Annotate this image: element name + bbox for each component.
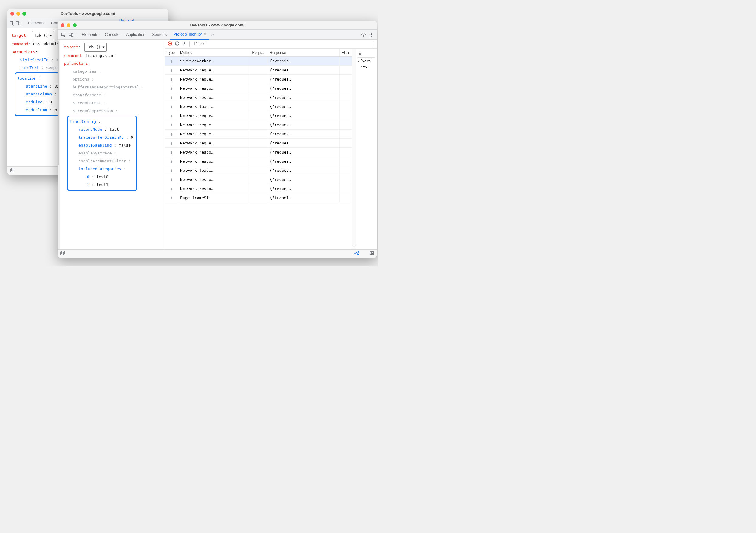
table-row[interactable]: ↓Network.respo…{"reques… <box>165 184 352 193</box>
cell-elapsed <box>340 57 352 65</box>
idx-1[interactable]: 1 <box>87 182 89 187</box>
cell-response: {"reques… <box>268 184 340 193</box>
device-toggle-icon[interactable] <box>68 31 75 38</box>
tab-sources[interactable]: Sources <box>149 30 170 40</box>
param-location[interactable]: location <box>17 76 37 81</box>
cell-response: {"reques… <box>268 139 340 148</box>
gear-icon[interactable] <box>360 31 367 38</box>
kebab-menu-icon[interactable] <box>368 31 375 38</box>
param-recordmode[interactable]: recordMode <box>78 127 102 132</box>
send-icon[interactable] <box>354 251 359 257</box>
table-row[interactable]: ↓Network.reque…{"reques… <box>165 111 352 121</box>
table-row[interactable]: ↓ServiceWorker…{"versio… <box>165 57 352 66</box>
param-tracebuffersize[interactable]: traceBufferSizeInKb <box>78 135 124 140</box>
cell-request <box>250 102 268 111</box>
table-row[interactable]: ↓Network.loadi…{"reques… <box>165 102 352 111</box>
param-ruletext[interactable]: ruleText <box>20 65 39 70</box>
col-type[interactable]: Type <box>165 49 178 56</box>
cell-request <box>250 193 268 202</box>
tree-row[interactable]: ▶ver <box>358 65 375 69</box>
col-elapsed[interactable]: El..▲ <box>340 49 352 56</box>
table-row[interactable]: ↓Network.reque…{"reques… <box>165 121 352 129</box>
tab-elements[interactable]: Elements <box>25 18 47 28</box>
param-stylesheetid[interactable]: styleSheetId <box>20 57 49 62</box>
minimize-icon[interactable] <box>16 12 20 15</box>
close-tab-icon[interactable]: × <box>204 32 206 37</box>
param-bufferusage[interactable]: bufferUsageReportingInterval <box>73 85 139 89</box>
target-select[interactable]: Tab ()▼ <box>85 42 107 52</box>
cell-request <box>250 175 268 184</box>
col-method[interactable]: Method <box>178 49 250 56</box>
scrollbar[interactable] <box>352 49 356 249</box>
param-transfermode[interactable]: transferMode <box>73 93 101 97</box>
scroll-track[interactable] <box>58 40 60 249</box>
param-streamcompression[interactable]: streamCompression <box>73 109 113 113</box>
table-row[interactable]: ↓Network.reque…{"reques… <box>165 66 352 75</box>
log-table[interactable]: Type Method Requ… Response El..▲ ↓Servic… <box>165 49 352 249</box>
param-enablesampling[interactable]: enableSampling <box>78 143 112 148</box>
device-toggle-icon[interactable] <box>15 19 21 27</box>
copy-icon[interactable] <box>10 168 14 174</box>
param-options[interactable]: options <box>73 77 89 81</box>
param-streamformat[interactable]: streamFormat <box>73 101 101 105</box>
tab-protocol-monitor[interactable]: Protocol monitor× <box>170 30 209 40</box>
separator <box>23 20 23 26</box>
param-includedcategories[interactable]: includedCategories <box>78 167 121 171</box>
col-response[interactable]: Response <box>268 49 340 56</box>
record-icon[interactable] <box>167 41 172 47</box>
table-row[interactable]: ↓Network.reque…{"reques… <box>165 75 352 84</box>
table-row[interactable]: ↓Network.respo…{"reques… <box>165 84 352 93</box>
param-categories[interactable]: categories <box>73 69 96 73</box>
clear-icon[interactable] <box>175 41 179 47</box>
cell-method: Page.frameSt… <box>178 193 250 202</box>
param-endline[interactable]: endLine <box>26 100 42 104</box>
download-icon[interactable] <box>182 41 187 47</box>
inspect-icon[interactable] <box>60 31 67 38</box>
cell-request <box>250 57 268 65</box>
param-startcolumn[interactable]: startColumn <box>26 92 52 97</box>
table-row[interactable]: ↓Page.frameSt…{"frameI… <box>165 193 352 203</box>
table-row[interactable]: ↓Network.reque…{"reques… <box>165 139 352 148</box>
close-icon[interactable] <box>61 23 65 27</box>
param-traceconfig[interactable]: traceConfig <box>70 119 96 124</box>
target-select[interactable]: Tab ()▼ <box>32 31 54 40</box>
table-row[interactable]: ↓Network.respo…{"reques… <box>165 175 352 184</box>
table-row[interactable]: ↓Network.reque…{"reques… <box>165 129 352 139</box>
table-header[interactable]: Type Method Requ… Response El..▲ <box>165 49 352 57</box>
table-row[interactable]: ↓Network.respo…{"reques… <box>165 93 352 102</box>
param-endcolumn[interactable]: endColumn <box>26 108 47 112</box>
table-row[interactable]: ↓Network.respo…{"reques… <box>165 157 352 166</box>
tab-elements[interactable]: Elements <box>79 30 101 40</box>
command-value[interactable]: CSS.addRule <box>33 42 59 46</box>
zoom-icon[interactable] <box>73 23 77 27</box>
filter-input[interactable] <box>189 41 374 47</box>
svg-line-19 <box>176 42 178 45</box>
arrow-down-icon: ↓ <box>165 148 178 156</box>
toggle-side-panel-icon[interactable] <box>369 251 374 257</box>
tab-console[interactable]: Console <box>102 30 122 40</box>
close-icon[interactable] <box>10 12 14 15</box>
minimize-icon[interactable] <box>67 23 70 27</box>
idx-0[interactable]: 0 <box>87 175 89 179</box>
param-enablesystrace[interactable]: enableSystrace <box>78 151 112 155</box>
cell-response: {"reques… <box>268 75 340 84</box>
more-tabs-icon[interactable]: » <box>210 32 215 38</box>
param-startline[interactable]: startLine <box>26 84 47 89</box>
window-title: DevTools - www.google.com/ <box>58 23 377 27</box>
table-row[interactable]: ↓Network.loadi…{"reques… <box>165 166 352 175</box>
tree-row[interactable]: ▼{vers <box>358 59 375 63</box>
more-headers-icon[interactable]: » <box>358 51 363 57</box>
cell-request <box>250 111 268 120</box>
cell-request <box>250 184 268 193</box>
cell-elapsed <box>340 111 352 120</box>
col-request[interactable]: Requ… <box>250 49 268 56</box>
table-row[interactable]: ↓Network.respo…{"reques… <box>165 148 352 157</box>
param-enableargfilter[interactable]: enableArgumentFilter <box>78 159 126 163</box>
command-value[interactable]: Tracing.start <box>85 53 116 58</box>
copy-icon[interactable] <box>60 251 65 257</box>
tab-application[interactable]: Application <box>123 30 148 40</box>
zoom-icon[interactable] <box>22 12 26 15</box>
inspect-icon[interactable] <box>9 19 14 27</box>
titlebar[interactable]: DevTools - www.google.com/ <box>58 21 377 30</box>
titlebar[interactable]: DevTools - www.google.com/ <box>7 9 168 18</box>
